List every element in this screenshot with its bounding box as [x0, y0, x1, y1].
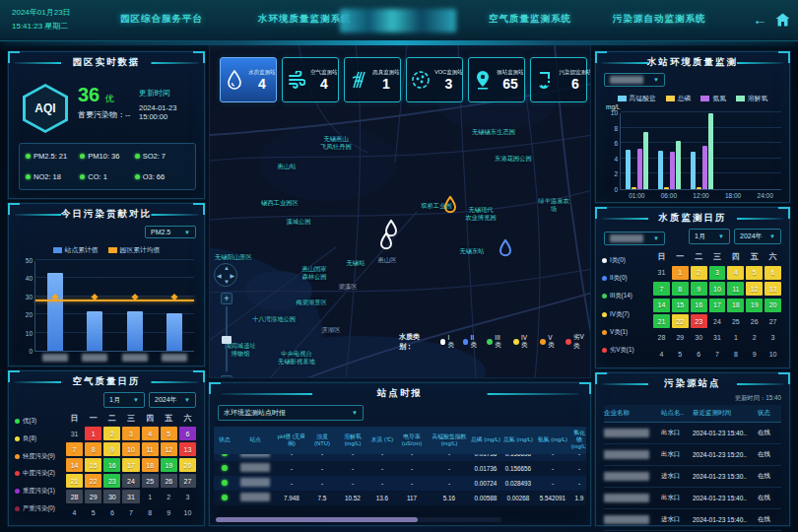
calendar-day[interactable]: 4: [727, 266, 744, 280]
calendar-day[interactable]: 19: [746, 299, 763, 312]
calendar-day[interactable]: 31: [66, 427, 83, 440]
calendar-day[interactable]: 6: [765, 266, 781, 280]
station-button-voc[interactable]: VOC监测站3: [406, 57, 463, 102]
station-marker[interactable]: [379, 233, 393, 250]
calendar-day[interactable]: 1: [672, 266, 689, 280]
table-row[interactable]: 7.9487.510.5213.61175.160.005880.002685.…: [214, 491, 586, 505]
calendar-day[interactable]: 13: [179, 442, 196, 456]
station-button-outfall[interactable]: 污染源监测站6: [530, 57, 587, 102]
calendar-day[interactable]: 20: [765, 299, 781, 312]
calendar-day[interactable]: 7: [122, 505, 139, 519]
table-row[interactable]: 进水口2024-01-23 15:40..在线: [604, 509, 781, 531]
calendar-day[interactable]: 27: [179, 474, 196, 488]
calendar-day[interactable]: 29: [85, 490, 101, 503]
calendar-day[interactable]: 14: [653, 299, 670, 312]
calendar-day[interactable]: 25: [142, 474, 159, 488]
table-row[interactable]: 出水口2024-01-23 15:40..在线: [604, 488, 781, 509]
station-bar[interactable]: [47, 273, 63, 351]
calendar-day[interactable]: 31: [653, 266, 670, 280]
water-station-select[interactable]: ▼: [604, 73, 665, 87]
calendar-day[interactable]: 8: [142, 505, 159, 519]
calendar-day[interactable]: 9: [103, 442, 120, 456]
calendar-day[interactable]: 12: [161, 442, 177, 456]
calendar-day[interactable]: 9: [691, 282, 707, 296]
calendar-day[interactable]: 7: [653, 282, 670, 296]
station-marker[interactable]: [499, 239, 512, 257]
calendar-day[interactable]: 18: [727, 299, 744, 312]
calendar-day[interactable]: 1: [85, 427, 101, 440]
calendar-day[interactable]: 2: [746, 331, 763, 345]
calendar-day[interactable]: 7: [709, 347, 726, 361]
calendar-day[interactable]: 4: [653, 347, 670, 361]
table-row[interactable]: ------0.017360.156656--: [214, 461, 586, 476]
calendar-day[interactable]: 4: [66, 505, 83, 519]
calendar-day[interactable]: 30: [103, 490, 120, 503]
home-icon[interactable]: [775, 13, 790, 27]
calendar-day[interactable]: 17: [122, 458, 139, 472]
calendar-day[interactable]: 25: [727, 314, 744, 328]
water-cal-station-select[interactable]: ▼: [604, 232, 665, 245]
air-cal-month-select[interactable]: 1月▼: [103, 392, 145, 408]
calendar-day[interactable]: 26: [746, 314, 763, 328]
series-bar[interactable]: [658, 151, 663, 189]
calendar-day[interactable]: 24: [122, 474, 139, 488]
station-bar[interactable]: [87, 311, 102, 351]
calendar-day[interactable]: 21: [66, 474, 83, 488]
series-bar[interactable]: [676, 141, 681, 189]
station-button-pin[interactable]: 微站监测站65: [468, 57, 525, 102]
nav-air-system[interactable]: 空气质量监测系统: [489, 13, 571, 26]
calendar-day[interactable]: 16: [691, 299, 707, 312]
back-icon[interactable]: ←: [753, 10, 767, 30]
calendar-day[interactable]: 3: [709, 266, 726, 280]
series-bar[interactable]: [637, 149, 642, 189]
calendar-day[interactable]: 18: [142, 458, 159, 472]
calendar-day[interactable]: 23: [691, 314, 707, 328]
calendar-day[interactable]: 31: [709, 331, 726, 345]
series-bar[interactable]: [708, 113, 713, 189]
calendar-day[interactable]: 15: [85, 458, 101, 472]
calendar-day[interactable]: 1: [727, 331, 744, 345]
zoom-in-button[interactable]: +: [221, 293, 233, 304]
series-bar[interactable]: [643, 132, 648, 189]
calendar-day[interactable]: 21: [653, 314, 670, 328]
hourly-scrollbar[interactable]: [216, 517, 418, 522]
table-row[interactable]: 出水口2024-01-23 15:40..在线: [604, 423, 781, 444]
calendar-day[interactable]: 3: [765, 331, 781, 345]
calendar-day[interactable]: 5: [161, 427, 177, 440]
calendar-day[interactable]: 10: [765, 347, 781, 361]
series-bar[interactable]: [670, 152, 675, 189]
calendar-day[interactable]: 11: [142, 442, 159, 456]
series-bar[interactable]: [697, 187, 701, 189]
calendar-day[interactable]: 15: [672, 299, 689, 312]
calendar-day[interactable]: 6: [103, 505, 120, 519]
calendar-day[interactable]: 29: [672, 331, 689, 345]
calendar-day[interactable]: 3: [122, 427, 139, 440]
station-button-wind[interactable]: 空气监测站4: [282, 57, 339, 102]
calendar-day[interactable]: 9: [746, 347, 763, 361]
calendar-day[interactable]: 8: [727, 347, 744, 361]
station-button-water-drop[interactable]: 水质监测站4: [220, 57, 277, 102]
series-bar[interactable]: [626, 150, 631, 189]
calendar-day[interactable]: 14: [66, 458, 83, 472]
series-bar[interactable]: [702, 146, 707, 189]
calendar-day[interactable]: 2: [691, 266, 707, 280]
calendar-day[interactable]: 28: [66, 490, 83, 503]
map-canvas[interactable]: 水质监测站4空气监测站4恶臭监测站1VOC监测站3微站监测站65污染源监测站6 …: [209, 43, 591, 378]
calendar-day[interactable]: 9: [161, 505, 177, 519]
station-marker[interactable]: [443, 196, 457, 214]
series-bar[interactable]: [691, 152, 696, 189]
calendar-day[interactable]: 8: [672, 282, 689, 296]
table-row[interactable]: 进水口2024-01-23 15:30..在线: [604, 466, 781, 488]
table-row[interactable]: 出水口2024-01-23 15:20..在线: [604, 444, 781, 466]
calendar-day[interactable]: 5: [672, 347, 689, 361]
calendar-day[interactable]: 5: [746, 266, 763, 280]
calendar-day[interactable]: 8: [85, 442, 101, 456]
calendar-day[interactable]: 10: [122, 442, 139, 456]
zoom-handle[interactable]: [222, 336, 232, 344]
calendar-day[interactable]: 17: [709, 299, 726, 312]
calendar-day[interactable]: 10: [179, 505, 196, 519]
nav-water-system[interactable]: 水环境质量监测系统: [258, 13, 352, 26]
calendar-day[interactable]: 1: [142, 490, 159, 503]
station-button-odor[interactable]: 恶臭监测站1: [344, 57, 401, 102]
pollutant-select[interactable]: PM2.5▼: [145, 226, 196, 238]
